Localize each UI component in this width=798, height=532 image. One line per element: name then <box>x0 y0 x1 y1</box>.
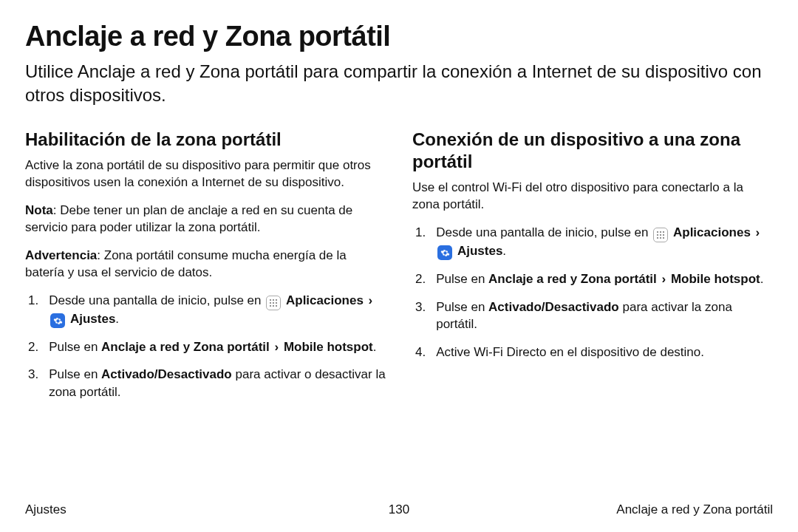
warning-label: Advertencia <box>25 248 97 262</box>
apps-label: Aplicaciones <box>673 225 751 239</box>
gear-icon <box>50 313 65 328</box>
step-text: Desde una pantalla de inicio, pulse en <box>436 225 652 239</box>
right-column: Conexión de un dispositivo a una zona po… <box>412 129 773 412</box>
two-column-layout: Habilitación de la zona portátil Active … <box>25 129 773 412</box>
step-number: 2. <box>25 338 38 355</box>
right-step-2: 2. Pulse en Anclaje a red y Zona portáti… <box>412 270 773 287</box>
step-text: Pulse en <box>49 340 101 354</box>
left-intro: Active la zona portátil de su dispositiv… <box>25 157 386 191</box>
apps-icon <box>653 228 668 242</box>
step-number: 1. <box>25 292 38 329</box>
left-column: Habilitación de la zona portátil Active … <box>25 129 386 412</box>
step-body: Active Wi-Fi Directo en el dispositivo d… <box>436 344 773 361</box>
page-footer: Ajustes 130 Anclaje a red y Zona portáti… <box>25 502 773 517</box>
step-bold: Mobile hotspot <box>671 272 760 286</box>
step-bold: Anclaje a red y Zona portátil <box>488 272 657 286</box>
step-number: 2. <box>412 270 426 287</box>
left-step-3: 3. Pulse en Activado/Desactivado para ac… <box>25 366 386 400</box>
note-paragraph: Nota: Debe tener un plan de anclaje a re… <box>25 202 386 236</box>
chevron-right-icon: › <box>367 293 375 307</box>
warning-paragraph: Advertencia: Zona portátil consume mucha… <box>25 247 386 282</box>
step-body: Pulse en Anclaje a red y Zona portátil ›… <box>436 270 773 287</box>
step-bold: Activado/Desactivado <box>101 367 232 381</box>
left-step-1: 1. Desde una pantalla de inicio, pulse e… <box>25 292 386 329</box>
apps-label: Aplicaciones <box>286 293 364 307</box>
intro-paragraph: Utilice Anclaje a red y Zona portátil pa… <box>25 60 764 108</box>
step-text: Pulse en <box>436 272 488 286</box>
right-step-3: 3. Pulse en Activado/Desactivado para ac… <box>412 299 773 333</box>
chevron-right-icon: › <box>660 272 667 286</box>
step-body: Pulse en Activado/Desactivado para activ… <box>49 366 386 400</box>
right-step-1: 1. Desde una pantalla de inicio, pulse e… <box>412 224 773 261</box>
step-text: Pulse en <box>49 367 101 381</box>
step-bold: Mobile hotspot <box>284 340 373 354</box>
apps-icon <box>266 296 281 310</box>
step-bold: Activado/Desactivado <box>488 300 619 314</box>
step-text: Desde una pantalla de inicio, pulse en <box>49 293 265 307</box>
footer-left: Ajustes <box>25 502 66 517</box>
right-intro: Use el control Wi-Fi del otro dispositiv… <box>412 179 773 214</box>
right-step-4: 4. Active Wi-Fi Directo en el dispositiv… <box>412 344 773 361</box>
left-step-2: 2. Pulse en Anclaje a red y Zona portáti… <box>25 338 386 355</box>
step-number: 3. <box>412 299 426 333</box>
step-body: Desde una pantalla de inicio, pulse en A… <box>49 292 386 329</box>
chevron-right-icon: › <box>754 225 762 239</box>
step-text: Pulse en <box>436 300 488 314</box>
step-body: Pulse en Activado/Desactivado para activ… <box>436 299 773 333</box>
right-heading: Conexión de un dispositivo a una zona po… <box>412 129 773 173</box>
left-heading: Habilitación de la zona portátil <box>25 129 386 151</box>
step-text: Active Wi-Fi Directo en el dispositivo d… <box>436 345 704 359</box>
chevron-right-icon: › <box>273 340 280 354</box>
settings-label: Ajustes <box>457 244 502 258</box>
page-title: Anclaje a red y Zona portátil <box>25 21 773 52</box>
step-number: 4. <box>412 344 426 361</box>
note-text: : Debe tener un plan de anclaje a red en… <box>25 203 352 234</box>
gear-icon <box>437 245 452 260</box>
step-body: Pulse en Anclaje a red y Zona portátil ›… <box>49 338 386 355</box>
step-number: 3. <box>25 366 38 400</box>
footer-right: Anclaje a red y Zona portátil <box>616 502 773 517</box>
footer-page-number: 130 <box>389 502 409 517</box>
note-label: Nota <box>25 203 53 217</box>
step-body: Desde una pantalla de inicio, pulse en A… <box>436 224 773 261</box>
step-number: 1. <box>412 224 426 261</box>
step-bold: Anclaje a red y Zona portátil <box>101 340 270 354</box>
settings-label: Ajustes <box>70 312 115 326</box>
